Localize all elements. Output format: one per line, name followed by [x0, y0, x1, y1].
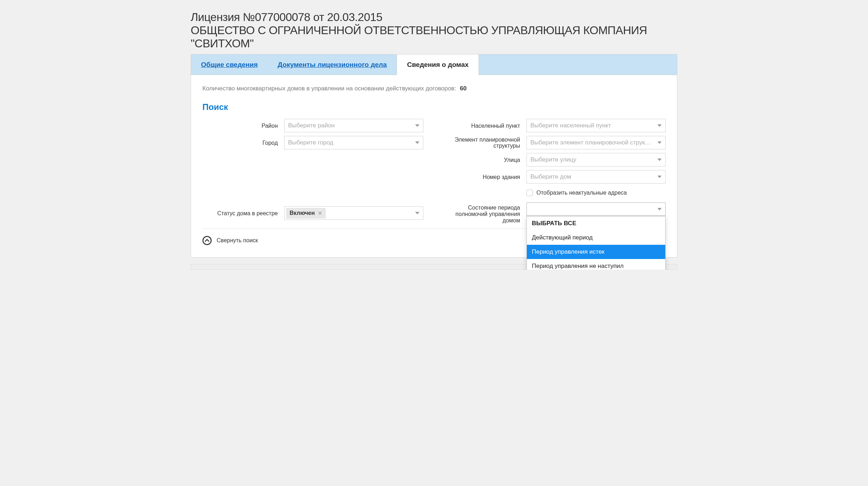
- label-street: Улица: [445, 157, 526, 163]
- chevron-down-icon: [657, 159, 662, 161]
- label-planning-element: Элемент планировочной структуры: [445, 137, 526, 149]
- select-city[interactable]: Выберите город: [284, 136, 423, 149]
- status-chip: Включен ✕: [286, 208, 326, 218]
- tab-content: Количество многоквартирных домов в управ…: [191, 75, 677, 257]
- select-period-state[interactable]: [526, 202, 666, 216]
- placeholder-richtung: Выберите район: [288, 122, 335, 129]
- collapse-search-label: Свернуть поиск: [217, 237, 258, 244]
- chevron-up-circle-icon: [202, 236, 212, 245]
- tab-houses-info[interactable]: Сведения о домах: [397, 54, 479, 75]
- label-show-irrelevant: Отобразить неактуальные адреса: [536, 190, 627, 196]
- label-district: Район: [202, 123, 284, 129]
- heading-line-1: Лицензия №077000078 от 20.03.2015: [191, 11, 382, 23]
- chevron-down-icon: [657, 176, 662, 178]
- license-panel: Общие сведения Документы лицензионного д…: [191, 54, 677, 258]
- select-period-state-wrapper: ВЫБРАТЬ ВСЕ Действующий период Период уп…: [526, 202, 666, 216]
- chevron-down-icon: [657, 208, 662, 211]
- checkbox-show-irrelevant-addresses[interactable]: [526, 190, 533, 196]
- dropdown-option-not-started-period[interactable]: Период управления не наступил: [527, 259, 665, 270]
- chevron-down-icon: [657, 142, 662, 144]
- form-left-column: Район Выберите район Город Выбери: [202, 117, 423, 223]
- dropdown-option-expired-period[interactable]: Период управления истек: [527, 245, 665, 259]
- remove-chip-icon[interactable]: ✕: [318, 210, 322, 217]
- chevron-down-icon: [415, 142, 419, 144]
- tab-license-documents[interactable]: Документы лицензионного дела: [268, 54, 397, 75]
- tab-bar: Общие сведения Документы лицензионного д…: [191, 54, 677, 75]
- period-state-dropdown: ВЫБРАТЬ ВСЕ Действующий период Период уп…: [526, 216, 666, 270]
- houses-count-line: Количество многоквартирных домов в управ…: [202, 85, 666, 92]
- label-building-number: Номер здания: [445, 174, 526, 180]
- select-planning-element[interactable]: Выберите элемент планировочной струк…: [526, 136, 666, 149]
- form-right-column: Населенный пункт Выберите населенный пун…: [445, 117, 666, 223]
- select-district[interactable]: Выберите район: [284, 119, 423, 132]
- dropdown-option-active-period[interactable]: Действующий период: [527, 231, 665, 245]
- select-house-status[interactable]: Включен ✕: [284, 206, 423, 220]
- select-building-number[interactable]: Выберите дом: [526, 170, 666, 184]
- label-house-status: Статус дома в реестре: [202, 210, 284, 217]
- label-city: Город: [202, 140, 284, 146]
- dropdown-option-select-all[interactable]: ВЫБРАТЬ ВСЕ: [527, 216, 665, 231]
- houses-count-value: 60: [460, 85, 467, 92]
- page-heading: Лицензия №077000078 от 20.03.2015 ОБЩЕСТ…: [191, 0, 677, 54]
- tab-general-info[interactable]: Общие сведения: [191, 54, 268, 75]
- select-locality[interactable]: Выберите населенный пункт: [526, 119, 666, 132]
- select-street[interactable]: Выберите улицу: [526, 153, 666, 167]
- houses-count-label: Количество многоквартирных домов в управ…: [202, 85, 456, 92]
- chevron-down-icon: [415, 212, 419, 215]
- chevron-down-icon: [415, 125, 419, 127]
- search-section-title: Поиск: [202, 102, 666, 112]
- label-period-state: Состояние периода полномочий управления …: [445, 202, 526, 223]
- label-locality: Населенный пункт: [445, 123, 526, 129]
- heading-line-2: ОБЩЕСТВО С ОГРАНИЧЕННОЙ ОТВЕТСТВЕННОСТЬЮ…: [191, 24, 647, 50]
- chevron-down-icon: [657, 125, 662, 127]
